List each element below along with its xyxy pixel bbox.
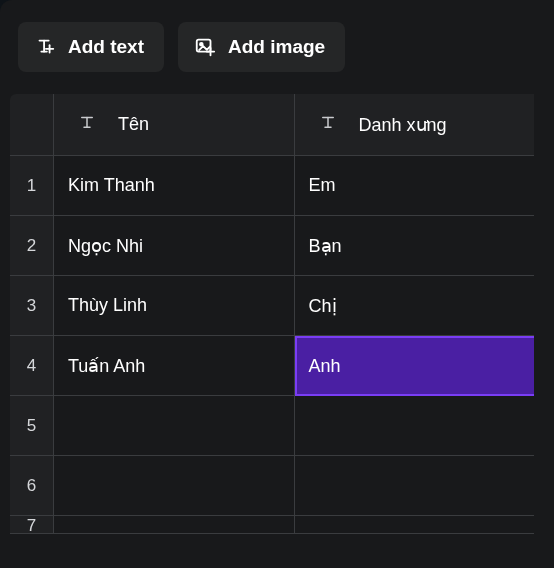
column-header[interactable]: Tên (54, 94, 295, 156)
table-cell[interactable] (295, 516, 535, 534)
table-cell[interactable]: Kim Thanh (54, 156, 295, 216)
table-row: 2 Ngọc Nhi Bạn (10, 216, 544, 276)
text-type-icon (78, 113, 96, 136)
add-text-label: Add text (68, 36, 144, 58)
row-number[interactable]: 7 (10, 516, 54, 534)
table-header-row: Tên Danh xưng (10, 94, 544, 156)
table-cell[interactable]: Thùy Linh (54, 276, 295, 336)
table-cell[interactable] (54, 516, 295, 534)
table-row: 3 Thùy Linh Chị (10, 276, 544, 336)
table-cell[interactable]: Bạn (295, 216, 535, 276)
row-number[interactable]: 1 (10, 156, 54, 216)
svg-point-1 (200, 43, 203, 46)
column-header-label: Tên (118, 114, 149, 135)
column-header[interactable]: Danh xưng (295, 94, 535, 156)
table-row: 7 (10, 516, 544, 534)
table-cell[interactable] (295, 396, 535, 456)
table-row: 5 (10, 396, 544, 456)
toolbar: Add text Add image (0, 0, 554, 94)
table-cell[interactable]: Em (295, 156, 535, 216)
table-cell[interactable]: Ngọc Nhi (54, 216, 295, 276)
table-cell-selected[interactable]: Anh (295, 336, 535, 396)
add-image-label: Add image (228, 36, 325, 58)
table-corner-cell[interactable] (10, 94, 54, 156)
column-header-label: Danh xưng (359, 114, 447, 136)
table-row: 4 Tuấn Anh Anh (10, 336, 544, 396)
add-image-button[interactable]: Add image (178, 22, 345, 72)
table-cell[interactable] (54, 456, 295, 516)
row-number[interactable]: 5 (10, 396, 54, 456)
row-number[interactable]: 4 (10, 336, 54, 396)
table-row: 1 Kim Thanh Em (10, 156, 544, 216)
add-image-icon (194, 36, 216, 58)
row-number[interactable]: 2 (10, 216, 54, 276)
table-cell[interactable]: Chị (295, 276, 535, 336)
table-cell[interactable] (295, 456, 535, 516)
add-text-icon (34, 36, 56, 58)
table-cell[interactable]: Tuấn Anh (54, 336, 295, 396)
table-cell[interactable] (54, 396, 295, 456)
text-type-icon (319, 113, 337, 136)
add-text-button[interactable]: Add text (18, 22, 164, 72)
data-table: Tên Danh xưng 1 Kim Thanh Em 2 Ngọc (10, 94, 544, 534)
data-panel: Add text Add image (0, 0, 554, 568)
row-number[interactable]: 6 (10, 456, 54, 516)
row-number[interactable]: 3 (10, 276, 54, 336)
table-row: 6 (10, 456, 544, 516)
